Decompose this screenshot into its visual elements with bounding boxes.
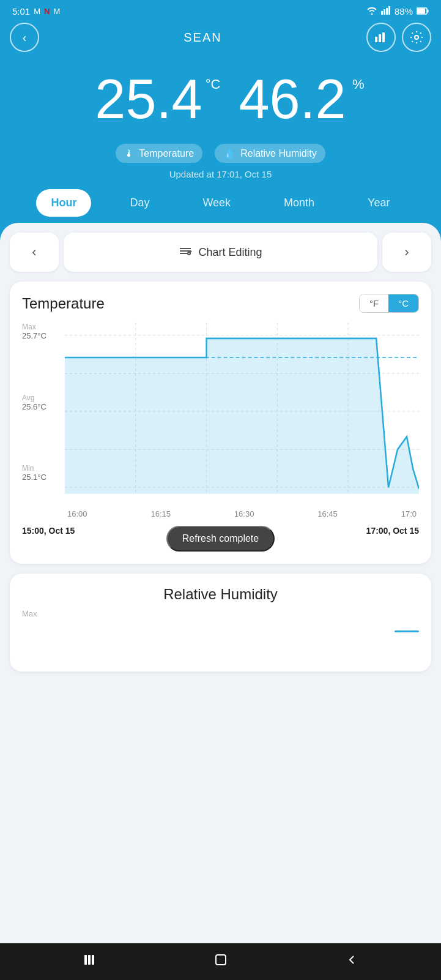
battery-display: 88% bbox=[395, 6, 413, 17]
svg-line-15 bbox=[190, 251, 191, 252]
time-tabs: Hour Day Week Month Year bbox=[18, 189, 423, 217]
tab-year[interactable]: Year bbox=[353, 189, 404, 217]
svg-rect-1 bbox=[384, 9, 385, 15]
chart-footer: 15:00, Oct 15 Refresh complete 17:00, Oc… bbox=[22, 526, 419, 552]
updated-timestamp: Updated at 17:01, Oct 15 bbox=[169, 169, 272, 179]
svg-rect-5 bbox=[428, 10, 429, 13]
chart-edit-label: Chart Editing bbox=[198, 246, 262, 259]
x-label-4: 17:0 bbox=[401, 509, 417, 518]
tab-hour[interactable]: Hour bbox=[36, 189, 91, 217]
humidity-label-pill: 💧 Relative Humidity bbox=[215, 144, 325, 163]
header-actions bbox=[366, 23, 431, 52]
humidity-mini-chart bbox=[382, 624, 419, 649]
humidity-label: Relative Humidity bbox=[240, 148, 316, 159]
x-label-1: 16:15 bbox=[150, 509, 171, 518]
chart-svg-wrapper bbox=[65, 323, 419, 500]
humidity-chart-card: Relative Humidity Max bbox=[10, 574, 431, 671]
min-label: Min bbox=[22, 464, 34, 473]
droplet-icon: 💧 bbox=[223, 148, 235, 159]
tab-day[interactable]: Day bbox=[115, 189, 164, 217]
avg-value: 25.6°C bbox=[22, 402, 46, 411]
nav-menu-button[interactable] bbox=[71, 949, 109, 974]
max-label: Max bbox=[22, 323, 36, 331]
wifi-icon bbox=[366, 6, 377, 17]
temp-chart-title: Temperature bbox=[22, 295, 105, 312]
chart-edit-icon bbox=[179, 245, 192, 260]
chart-start-time: 15:00, Oct 15 bbox=[22, 526, 75, 552]
temperature-value: 25.4°C bbox=[95, 72, 202, 127]
chart-button[interactable] bbox=[366, 23, 396, 52]
chart-header: Temperature °F °C bbox=[22, 294, 419, 313]
chart-y-labels: Max 25.7°C Avg 25.6°C Min 25.1°C bbox=[22, 323, 65, 500]
gmail2-icon: M bbox=[53, 7, 60, 16]
gmail-icon: M bbox=[34, 7, 40, 16]
unit-toggle: °F °C bbox=[359, 294, 419, 313]
humidity-chart-title: Relative Humidity bbox=[22, 586, 419, 603]
page-title: SEAN bbox=[183, 31, 221, 45]
x-label-2: 16:30 bbox=[234, 509, 254, 518]
tab-month[interactable]: Month bbox=[269, 189, 329, 217]
temperature-chart-card: Temperature °F °C Max 25.7°C Avg 25.6°C … bbox=[10, 282, 431, 564]
svg-rect-27 bbox=[84, 955, 87, 965]
svg-rect-8 bbox=[379, 34, 381, 42]
svg-rect-7 bbox=[375, 37, 377, 42]
battery-icon bbox=[417, 6, 429, 17]
bottom-nav bbox=[0, 943, 441, 980]
x-label-3: 16:45 bbox=[317, 509, 338, 518]
status-right: 88% bbox=[366, 6, 429, 17]
min-value: 25.1°C bbox=[22, 473, 46, 482]
svg-rect-28 bbox=[88, 955, 91, 965]
avg-label: Avg bbox=[22, 394, 34, 402]
temperature-label: Temperature bbox=[139, 148, 194, 159]
sensor-readings: 25.4°C 46.2% bbox=[18, 72, 423, 127]
svg-rect-6 bbox=[417, 9, 425, 13]
nav-home-button[interactable] bbox=[202, 948, 240, 975]
svg-point-10 bbox=[415, 36, 418, 39]
temperature-unit: °C bbox=[206, 78, 221, 91]
humidity-unit: % bbox=[352, 78, 365, 91]
humidity-block: 46.2% bbox=[239, 72, 346, 127]
celsius-button[interactable]: °C bbox=[388, 294, 418, 312]
min-label-group: Min 25.1°C bbox=[22, 464, 62, 482]
max-value: 25.7°C bbox=[22, 331, 46, 340]
svg-rect-3 bbox=[388, 6, 390, 15]
chart-nav: ‹ Chart Editing › bbox=[10, 233, 431, 272]
chart-prev-button[interactable]: ‹ bbox=[10, 233, 59, 272]
humidity-chart-partial bbox=[22, 624, 419, 649]
thermometer-icon: 🌡 bbox=[124, 148, 134, 159]
settings-button[interactable] bbox=[402, 23, 431, 52]
svg-rect-30 bbox=[216, 955, 226, 965]
refresh-complete-button[interactable]: Refresh complete bbox=[166, 526, 275, 552]
status-left: 5:01 M N M bbox=[12, 6, 60, 17]
header: ‹ SEAN bbox=[0, 20, 441, 59]
nav-back-button[interactable] bbox=[333, 949, 370, 974]
back-button[interactable]: ‹ bbox=[10, 23, 39, 52]
signal-icon bbox=[381, 6, 391, 17]
time-display: 5:01 bbox=[12, 6, 30, 17]
temperature-svg bbox=[65, 323, 419, 500]
chart-edit-center[interactable]: Chart Editing bbox=[64, 233, 377, 272]
netflix-icon: N bbox=[44, 7, 50, 16]
content-area: ‹ Chart Editing › Temperature °F bbox=[0, 223, 441, 943]
svg-rect-2 bbox=[386, 8, 388, 15]
chart-next-button[interactable]: › bbox=[382, 233, 431, 272]
chart-x-labels: 16:00 16:15 16:30 16:45 17:0 bbox=[65, 500, 419, 518]
svg-rect-0 bbox=[381, 11, 383, 15]
temperature-block: 25.4°C bbox=[95, 72, 202, 127]
x-label-0: 16:00 bbox=[67, 509, 87, 518]
svg-rect-9 bbox=[382, 32, 385, 42]
fahrenheit-button[interactable]: °F bbox=[360, 294, 388, 312]
status-bar: 5:01 M N M 88% bbox=[0, 0, 441, 20]
svg-point-14 bbox=[188, 252, 190, 255]
svg-rect-29 bbox=[92, 955, 94, 965]
temperature-label-pill: 🌡 Temperature bbox=[116, 144, 202, 163]
tab-week[interactable]: Week bbox=[188, 189, 245, 217]
sensor-area: 25.4°C 46.2% 🌡 Temperature 💧 Relative Hu… bbox=[0, 59, 441, 223]
svg-rect-26 bbox=[395, 630, 419, 632]
max-label-group: Max 25.7°C bbox=[22, 323, 62, 340]
chart-area: Max 25.7°C Avg 25.6°C Min 25.1°C bbox=[22, 323, 419, 518]
chart-end-time: 17:00, Oct 15 bbox=[366, 526, 419, 552]
humidity-max-label: Max bbox=[22, 609, 419, 618]
humidity-value: 46.2% bbox=[239, 72, 346, 127]
avg-label-group: Avg 25.6°C bbox=[22, 394, 62, 411]
